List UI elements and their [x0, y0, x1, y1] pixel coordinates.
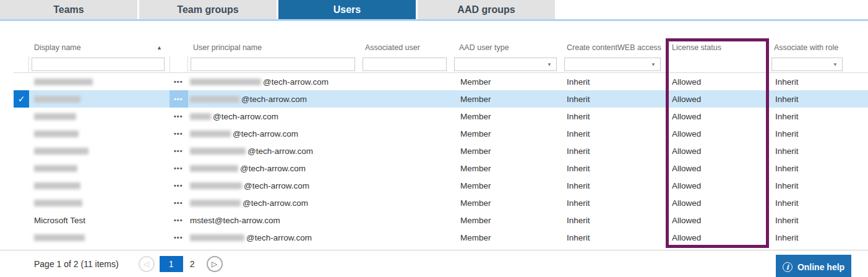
previous-page-button[interactable]: ◁	[139, 256, 155, 272]
table-row[interactable]: ••• @tech-arrow.com Member Inherit Allow…	[14, 108, 868, 125]
table-row[interactable]: ••• @tech-arrow.com Member Inherit Allow…	[14, 229, 868, 246]
tab-users[interactable]: Users	[278, 0, 416, 19]
sort-ascending-icon: ▲	[157, 45, 162, 51]
previous-page-icon: ◁	[144, 260, 149, 268]
display-name-cell	[29, 125, 170, 142]
display-name-cell	[29, 229, 170, 246]
checkbox-column-header	[14, 39, 29, 56]
display-name-cell	[29, 160, 170, 177]
filter-cell-associated-user	[360, 56, 452, 72]
filter-row: ▼ ▼ ▼	[14, 56, 868, 72]
column-header-associated-user[interactable]: Associated user	[360, 39, 452, 56]
online-help-button[interactable]: i Online help	[776, 255, 851, 277]
chevron-down-icon: ▼	[547, 62, 552, 67]
table-row[interactable]: ••• @tech-arrow.com Member Inherit Allow…	[14, 73, 868, 90]
row-checkbox[interactable]	[14, 125, 29, 142]
redacted-text	[190, 200, 241, 207]
tab-aad-groups[interactable]: AAD groups	[418, 0, 555, 19]
row-checkbox[interactable]	[14, 194, 29, 211]
column-header-contentweb-access[interactable]: Create contentWEB access	[562, 39, 666, 56]
table-row[interactable]: ••• @tech-arrow.com Member Inherit Allow…	[14, 177, 868, 194]
aad-user-type-cell: Member	[452, 229, 562, 246]
display-name-cell	[29, 142, 170, 160]
page-button-1[interactable]: 1	[160, 256, 183, 272]
table-row[interactable]: Microsoft Test ••• mstest@tech-arrow.com…	[14, 211, 868, 229]
row-menu-button[interactable]: •••	[170, 142, 188, 160]
online-help-label: Online help	[797, 262, 844, 272]
display-name-cell: Microsoft Test	[29, 211, 170, 229]
row-menu-button[interactable]: •••	[170, 229, 188, 246]
row-checkbox[interactable]	[14, 211, 29, 229]
row-checkbox[interactable]	[14, 160, 29, 177]
license-status-cell: Allowed	[666, 211, 769, 229]
aad-user-type-cell: Member	[452, 211, 562, 229]
display-name-filter-input[interactable]	[32, 58, 165, 71]
row-menu-button[interactable]: •••	[170, 90, 188, 108]
row-checkbox[interactable]	[14, 229, 29, 246]
contentweb-access-cell: Inherit	[562, 108, 666, 125]
table-row[interactable]: ••• @tech-arrow.com Member Inherit Allow…	[14, 160, 868, 177]
table-row[interactable]: ✓ ••• @tech-arrow.com Member Inherit All…	[14, 90, 868, 108]
row-menu-button[interactable]: •••	[170, 211, 188, 229]
upn-cell: @tech-arrow.com	[188, 177, 360, 194]
row-checkbox[interactable]	[14, 142, 29, 160]
row-menu-column-header	[170, 39, 188, 56]
row-checkbox[interactable]	[14, 108, 29, 125]
license-status-cell: Allowed	[666, 125, 769, 142]
redacted-text	[34, 113, 76, 120]
row-menu-button[interactable]: •••	[170, 108, 188, 125]
license-status-cell: Allowed	[666, 73, 769, 90]
users-admin-screen: Teams Team groups Users AAD groups Displ…	[0, 0, 868, 277]
associate-role-cell: Inherit	[769, 177, 848, 194]
associate-role-cell: Inherit	[769, 160, 848, 177]
pagination-summary: Page 1 of 2 (11 items)	[34, 259, 119, 269]
associate-role-filter-dropdown[interactable]: ▼	[771, 58, 843, 71]
license-status-cell: Allowed	[666, 142, 769, 160]
row-menu-button[interactable]: •••	[170, 125, 188, 142]
column-header-aad-user-type[interactable]: AAD user type	[452, 39, 562, 56]
next-page-button[interactable]: ▷	[207, 256, 223, 272]
row-menu-button[interactable]: •••	[170, 160, 188, 177]
row-checkbox[interactable]	[14, 177, 29, 194]
tab-teams[interactable]: Teams	[0, 0, 137, 19]
contentweb-access-filter-dropdown[interactable]: ▼	[564, 58, 661, 71]
associate-role-cell: Inherit	[769, 194, 848, 211]
redacted-text	[190, 165, 238, 172]
page-button-2[interactable]: 2	[183, 256, 202, 272]
column-header-display-name[interactable]: Display name ▲	[29, 39, 170, 56]
row-checkbox[interactable]: ✓	[14, 90, 29, 108]
column-header-upn[interactable]: User principal name	[188, 39, 360, 56]
associated-user-cell	[360, 229, 452, 246]
license-status-cell: Allowed	[666, 177, 769, 194]
row-menu-button[interactable]: •••	[170, 194, 188, 211]
contentweb-access-cell: Inherit	[562, 90, 666, 108]
tab-team-groups[interactable]: Team groups	[139, 0, 277, 19]
aad-user-type-filter-dropdown[interactable]: ▼	[454, 58, 557, 71]
display-name-cell	[29, 194, 170, 211]
upn-filter-input[interactable]	[191, 58, 355, 71]
associated-user-filter-input[interactable]	[363, 58, 447, 71]
associate-role-cell: Inherit	[769, 108, 848, 125]
table-row[interactable]: ••• @tech-arrow.com Member Inherit Allow…	[14, 142, 868, 160]
redacted-text	[190, 182, 242, 189]
associate-role-cell: Inherit	[769, 142, 848, 160]
display-name-cell	[29, 90, 170, 108]
contentweb-access-cell: Inherit	[562, 160, 666, 177]
associate-role-cell: Inherit	[769, 125, 848, 142]
table-body: ••• @tech-arrow.com Member Inherit Allow…	[14, 73, 868, 246]
column-header-row: Display name ▲ User principal name Assoc…	[14, 39, 868, 56]
pagination-bar: Page 1 of 2 (11 items) ◁ 1 2 ▷	[0, 250, 868, 277]
column-header-license-status[interactable]: License status	[666, 39, 769, 56]
table-row[interactable]: ••• @tech-arrow.com Member Inherit Allow…	[14, 194, 868, 211]
associate-role-cell: Inherit	[769, 211, 848, 229]
row-menu-button[interactable]: •••	[170, 177, 188, 194]
upn-cell: @tech-arrow.com	[188, 90, 360, 108]
license-status-cell: Allowed	[666, 160, 769, 177]
table-row[interactable]: ••• @tech-arrow.com Member Inherit Allow…	[14, 125, 868, 142]
redacted-text	[34, 148, 88, 155]
row-menu-button[interactable]: •••	[170, 73, 188, 90]
info-icon: i	[783, 262, 793, 272]
associated-user-cell	[360, 73, 452, 90]
row-checkbox[interactable]	[14, 73, 29, 90]
column-header-associate-role[interactable]: Associate with role	[769, 39, 848, 56]
